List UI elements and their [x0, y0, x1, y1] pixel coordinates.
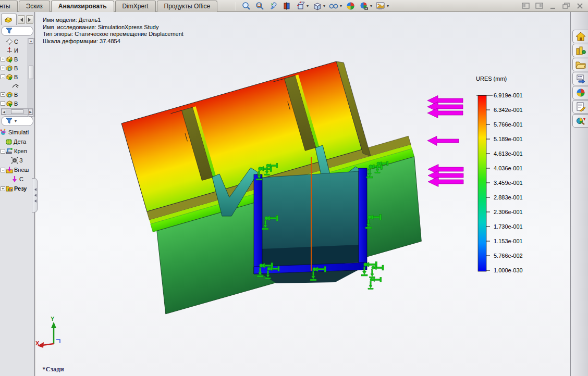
z-axis-glyph: [56, 340, 60, 343]
display-style-dropdown-icon[interactable]: ▾: [323, 4, 325, 8]
reference-triad: [38, 322, 60, 348]
tree-item-label: В: [14, 65, 18, 71]
view-orientation-dropdown-icon[interactable]: ▾: [307, 4, 309, 8]
expander-icon[interactable]: -: [1, 168, 5, 172]
view-palette-button[interactable]: [572, 72, 588, 85]
tab-sketch[interactable]: Эскиз: [19, 1, 50, 12]
view-settings-dropdown-icon[interactable]: ▾: [370, 4, 372, 8]
boss-extrude-icon: [6, 73, 13, 81]
command-manager-bar: менты Эскиз Анализировать DimXpert Проду…: [0, 0, 588, 12]
viewport-canvas[interactable]: [35, 12, 570, 376]
panel-right-icon[interactable]: [534, 2, 544, 10]
graphics-viewport[interactable]: Имя модели: Деталь1 Имя исследования: Si…: [35, 12, 570, 376]
tree-item-study[interactable]: Simulati: [0, 128, 34, 137]
tree-item-fixed-geometry[interactable]: З: [0, 156, 34, 165]
feature-tree-filter[interactable]: [1, 26, 33, 36]
paint-tools-icon: [575, 116, 586, 126]
expander-icon[interactable]: -: [1, 101, 5, 106]
part-icon: [5, 16, 13, 23]
legend-value: 1.153e-001: [494, 234, 523, 248]
panel-left-icon[interactable]: [521, 2, 531, 10]
appearances-scenes-button[interactable]: [572, 86, 588, 99]
tree-item-label: З: [19, 157, 23, 164]
feature-manager-tab[interactable]: [1, 14, 17, 25]
scroll-thumb[interactable]: [29, 66, 33, 79]
close-icon[interactable]: [575, 2, 585, 10]
command-tabs: менты Эскиз Анализировать DimXpert Проду…: [0, 1, 218, 12]
simulation-study-tree: Simulati Дета - Креп З - Внеш С + Резу: [0, 128, 34, 193]
expander-icon[interactable]: +: [1, 66, 5, 70]
scroll-thumb[interactable]: [11, 109, 23, 114]
tree-item-label: Дета: [14, 139, 26, 145]
tab-elements[interactable]: менты: [0, 1, 18, 12]
folder-icon: [575, 60, 586, 69]
legend-value: 2.306e-001: [494, 205, 523, 219]
legend-value: 5.766e-001: [494, 117, 523, 132]
zoom-in-out-icon[interactable]: [268, 1, 278, 11]
restore-icon[interactable]: [561, 2, 571, 10]
feature-tree-vscrollbar[interactable]: ▲ ▼: [28, 38, 34, 117]
force-arrow-icon: [11, 176, 18, 183]
filter-funnel-icon: [6, 28, 13, 34]
view-orientation-icon[interactable]: [295, 1, 305, 11]
panel-tab-strip: [0, 12, 34, 25]
task-pane: [570, 12, 588, 376]
panel-prev-button[interactable]: [18, 15, 25, 24]
hide-show-items-icon[interactable]: [328, 1, 339, 11]
scroll-right-icon[interactable]: ▶: [28, 109, 33, 115]
tree-item-force[interactable]: С: [0, 174, 34, 184]
scroll-left-icon[interactable]: ◀: [2, 109, 6, 115]
feature-tree-hscrollbar[interactable]: ◀ ▶: [1, 108, 33, 115]
tab-analyze[interactable]: Анализировать: [51, 1, 114, 12]
tab-dimxpert[interactable]: DimXpert: [115, 1, 156, 12]
design-library-button[interactable]: [572, 44, 588, 57]
expander-icon[interactable]: +: [1, 92, 5, 97]
custom-properties-button[interactable]: [572, 100, 588, 114]
simulation-tree-filter[interactable]: ▾: [1, 116, 33, 126]
feature-manager-panel: С И + В + В - В + В - В ▲: [0, 12, 35, 376]
apply-scene-icon[interactable]: [345, 1, 356, 11]
panel-flyout-handle[interactable]: [32, 178, 38, 212]
display-style-icon[interactable]: [312, 1, 322, 11]
home-icon: [575, 32, 586, 41]
zoom-to-area-icon[interactable]: [254, 1, 265, 11]
tree-item-label: Simulati: [8, 129, 29, 135]
scroll-up-icon[interactable]: ▲: [29, 39, 33, 44]
toolbar-separator: [236, 2, 236, 10]
view-palette-icon: [575, 74, 586, 83]
expander-icon[interactable]: -: [1, 149, 5, 154]
filter-dropdown-icon[interactable]: ▾: [15, 119, 17, 123]
tree-item-label: Резу: [14, 185, 27, 192]
window-controls: [521, 2, 585, 10]
expander-icon[interactable]: +: [1, 57, 5, 61]
tree-item-results[interactable]: + Резу: [0, 184, 34, 193]
legend-labels: 6.919e-001 6.342e-001 5.766e-001 5.189e-…: [494, 88, 523, 278]
panel-next-button[interactable]: [26, 15, 33, 24]
tab-office-products[interactable]: Продукты Office: [157, 1, 218, 12]
design-library-icon: [575, 46, 586, 55]
section-view-icon[interactable]: [281, 1, 292, 11]
triad-y-label: Y: [51, 316, 54, 322]
collapse-left-icon: [33, 188, 36, 191]
boss-extrude-icon: [6, 56, 13, 63]
resources-button[interactable]: [572, 30, 588, 43]
minimize-icon[interactable]: [548, 2, 558, 10]
edit-appearance-icon[interactable]: [375, 1, 386, 11]
plane-icon: [6, 38, 13, 45]
hide-show-dropdown-icon[interactable]: ▾: [340, 4, 342, 8]
zoom-to-fit-icon[interactable]: [241, 1, 251, 11]
collapse-left-icon: [33, 194, 36, 197]
file-explorer-button[interactable]: [572, 58, 588, 71]
tree-item-fixtures[interactable]: - Креп: [0, 146, 34, 156]
view-settings-icon[interactable]: [359, 1, 369, 11]
expander-icon[interactable]: -: [1, 74, 5, 79]
expander-icon[interactable]: +: [1, 186, 5, 191]
edit-appearance-dropdown-icon[interactable]: ▾: [387, 4, 389, 8]
tree-item-part[interactable]: Дета: [0, 137, 34, 146]
tree-item-label: И: [14, 47, 18, 54]
legend-value: 5.766e-002: [494, 248, 523, 263]
view-orientation-label: *Сзади: [42, 365, 64, 373]
tree-item-external-loads[interactable]: - Внеш: [0, 165, 34, 174]
legend-value: 6.342e-001: [494, 103, 523, 117]
appearance-tools-button[interactable]: [572, 114, 588, 128]
